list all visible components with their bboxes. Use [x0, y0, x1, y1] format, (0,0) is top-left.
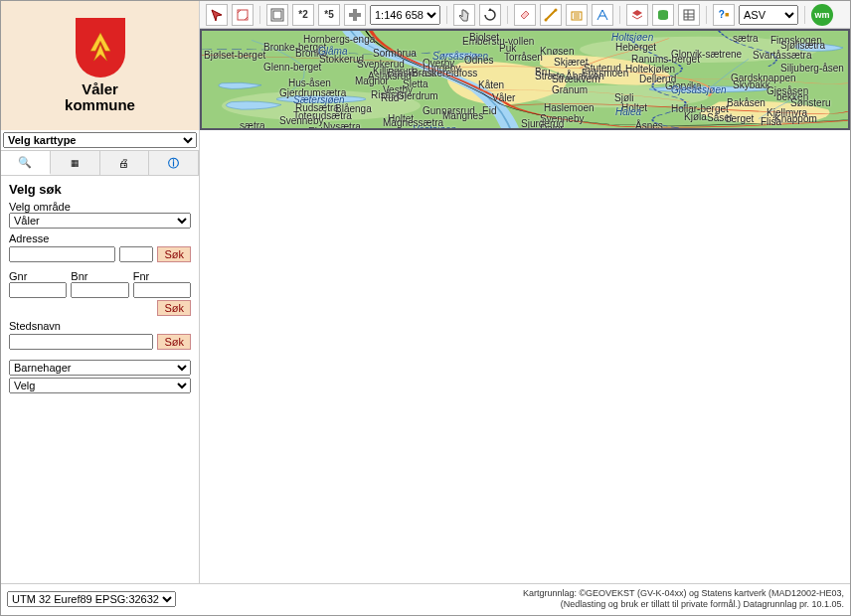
main-toolbar: *2 *5 1:146 658 ?■	[200, 1, 850, 29]
tool-measure-area-icon[interactable]	[566, 4, 588, 26]
gnr-search-button[interactable]: Søk	[157, 300, 191, 316]
coat-of-arms	[76, 18, 125, 77]
tool-measure-icon[interactable]	[540, 4, 562, 26]
magnifier-icon: 🔍	[18, 156, 32, 169]
svg-rect-1	[273, 11, 281, 19]
tool-zoom-area-icon[interactable]	[232, 4, 254, 26]
tool-pan-icon[interactable]	[344, 4, 366, 26]
tab-print[interactable]: 🖨	[100, 151, 150, 175]
tool-table-icon[interactable]	[678, 4, 700, 26]
velg-select[interactable]: Velg	[9, 378, 191, 393]
gnr-input[interactable]	[9, 282, 67, 298]
tool-help-icon[interactable]: ?■	[713, 4, 735, 26]
tool-zoom-5x[interactable]: *5	[318, 4, 340, 26]
gnr-label: Gnr	[9, 270, 67, 282]
address-search-button[interactable]: Søk	[157, 246, 191, 262]
tool-layers-icon[interactable]	[626, 4, 648, 26]
municipality-name-2: kommune	[65, 97, 135, 114]
fnr-input[interactable]	[133, 282, 191, 298]
map-credits: Kartgrunnlag: ©GEOVEKST (GV-K-04xx) og S…	[186, 588, 844, 611]
map-type-select[interactable]: Velg karttype	[3, 132, 197, 148]
tool-zoom-extent-icon[interactable]	[266, 4, 288, 26]
svg-point-5	[545, 18, 548, 21]
address-input[interactable]	[9, 246, 115, 262]
svg-point-6	[555, 8, 558, 11]
municipality-logo-panel: Våler kommune	[1, 1, 200, 130]
tool-eraser-icon[interactable]	[514, 4, 536, 26]
bnr-label: Bnr	[71, 270, 128, 282]
svg-point-14	[276, 95, 366, 102]
tool-hand-icon[interactable]	[453, 4, 475, 26]
area-select[interactable]: Våler	[9, 213, 191, 229]
tool-refresh-icon[interactable]	[479, 4, 501, 26]
projection-select[interactable]: UTM 32 Euref89 EPSG:32632	[7, 591, 176, 607]
wm-button[interactable]: wm	[811, 4, 833, 26]
municipality-name-1: Våler	[65, 81, 135, 98]
address-label: Adresse	[9, 232, 191, 244]
tool-coords-icon[interactable]	[592, 4, 613, 26]
stedsnavn-search-button[interactable]: Søk	[157, 334, 191, 350]
category-select[interactable]: Barnehager	[9, 360, 191, 376]
tab-search[interactable]: 🔍	[1, 151, 51, 175]
stedsnavn-label: Stedsnavn	[9, 320, 191, 332]
stedsnavn-input[interactable]	[9, 334, 153, 350]
search-title: Velg søk	[9, 182, 191, 197]
address-nr-input[interactable]	[119, 246, 154, 262]
tool-data-icon[interactable]	[652, 4, 674, 26]
sidebar: Velg karttype 🔍 ▦ 🖨 ⓘ Velg søk Velg områ…	[1, 130, 200, 583]
asv-select[interactable]: ASV	[739, 5, 798, 25]
tab-info[interactable]: ⓘ	[149, 151, 199, 175]
scale-select[interactable]: 1:146 658	[370, 5, 440, 25]
map-canvas[interactable]: Hornbergs-engaEmberstu-vollenBjolsetHolt…	[200, 29, 850, 130]
printer-icon: 🖨	[118, 157, 129, 169]
tool-zoom-2x[interactable]: *2	[292, 4, 314, 26]
svg-rect-4	[349, 13, 361, 17]
bnr-input[interactable]	[71, 282, 128, 298]
svg-point-16	[440, 53, 480, 58]
tool-select-icon[interactable]	[206, 4, 228, 26]
info-icon: ⓘ	[168, 156, 179, 171]
area-label: Velg område	[9, 201, 191, 213]
layers-icon: ▦	[71, 158, 80, 168]
svg-rect-9	[684, 10, 694, 20]
tab-layers[interactable]: ▦	[51, 151, 100, 175]
fnr-label: Fnr	[133, 270, 191, 282]
